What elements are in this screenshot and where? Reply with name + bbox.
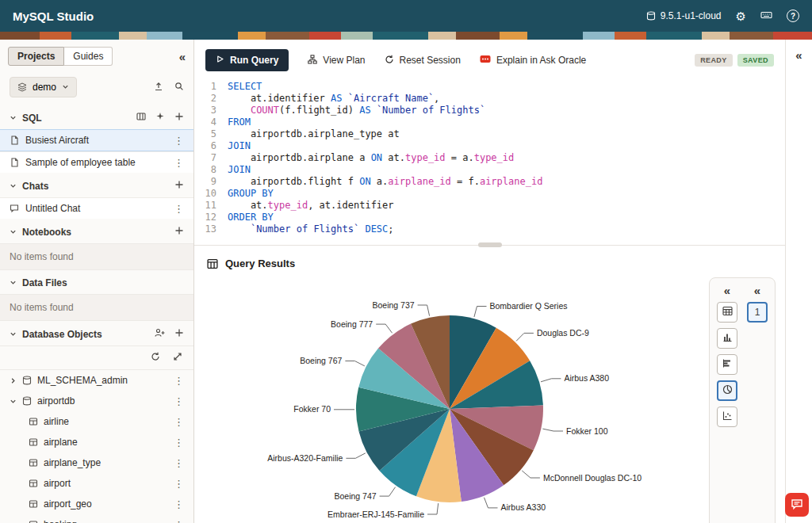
kebab-menu-button[interactable]: ⋮ <box>174 437 184 448</box>
tree-table-airport-geo[interactable]: airport_geo ⋮ <box>0 494 193 514</box>
code-line[interactable]: FROM <box>228 116 542 128</box>
code-line[interactable]: `Number of Flights` DESC; <box>228 223 542 235</box>
keyboard-shortcuts-button[interactable] <box>760 10 772 22</box>
explain-ask-oracle-button[interactable]: Explain in Ask Oracle <box>480 55 586 67</box>
view-pie-chart-button[interactable] <box>717 380 737 401</box>
section-chats[interactable]: Chats <box>0 173 193 197</box>
code-line[interactable]: JOIN <box>228 140 542 152</box>
code-line[interactable]: JOIN <box>228 164 542 176</box>
kebab-menu-button[interactable]: ⋮ <box>174 458 184 468</box>
project-selector-value: demo <box>33 82 56 93</box>
code-line[interactable]: GROUP BY <box>228 188 542 200</box>
table-label: airplane <box>44 437 78 448</box>
grant-user-button[interactable] <box>155 328 165 340</box>
kebab-menu-button[interactable]: ⋮ <box>174 479 184 489</box>
chevron-right-icon[interactable] <box>10 377 17 384</box>
sidebar-tabs: Projects Guides « <box>0 40 193 71</box>
kebab-menu-button[interactable]: ⋮ <box>174 158 184 168</box>
sql-ai-assist-button[interactable] <box>155 112 165 124</box>
add-notebook-button[interactable] <box>174 226 184 238</box>
database-icon <box>646 11 656 21</box>
tree-table-booking[interactable]: booking ⋮ <box>0 514 193 523</box>
query-toolbar: Run Query View Plan Reset Session Explai… <box>194 40 785 78</box>
schema-label: airportdb <box>37 395 75 407</box>
kebab-menu-button[interactable]: ⋮ <box>174 499 184 510</box>
help-button[interactable]: ? <box>787 10 799 22</box>
feedback-button[interactable] <box>785 493 809 517</box>
collapse-controls-left-button[interactable]: « <box>724 284 730 296</box>
code-line[interactable]: airportdb.flight f ON a.airplane_id = f.… <box>228 176 542 188</box>
kebab-menu-button[interactable]: ⋮ <box>174 136 184 146</box>
view-plan-button[interactable]: View Plan <box>308 55 365 67</box>
sql-item-busiest-aircraft[interactable]: Busiest Aircraft ⋮ <box>0 129 193 151</box>
kebab-menu-button[interactable]: ⋮ <box>174 396 184 407</box>
pie-leader-line <box>542 429 563 431</box>
collapse-right-panel-button[interactable]: « <box>795 49 802 61</box>
pie-slice-label: McDonnell Douglas DC-10 <box>543 473 642 483</box>
chevron-down-icon[interactable] <box>10 398 17 405</box>
tree-schema-airportdb[interactable]: airportdb ⋮ <box>0 391 193 411</box>
view-table-button[interactable] <box>717 302 737 323</box>
view-bar-chart-button[interactable] <box>717 328 737 349</box>
sql-editor[interactable]: 12345678910111213 SELECT at.identifier A… <box>194 78 785 235</box>
tree-schema-ml-schema-admin[interactable]: ML_SCHEMA_admin ⋮ <box>0 370 193 391</box>
expand-panel-button[interactable] <box>173 352 182 364</box>
plus-icon <box>174 226 184 238</box>
table-icon <box>29 520 38 523</box>
section-notebooks[interactable]: Notebooks <box>0 219 193 243</box>
result-page-1-button[interactable]: 1 <box>747 302 768 323</box>
code-line[interactable]: airportdb.airplane_type at <box>228 128 542 140</box>
tree-table-airline[interactable]: airline ⋮ <box>0 411 193 432</box>
search-button[interactable] <box>174 82 184 94</box>
sql-table-tool-button[interactable] <box>136 112 146 124</box>
view-scatter-chart-button[interactable] <box>717 407 737 427</box>
tab-guides[interactable]: Guides <box>64 47 113 66</box>
status-saved-badge: SAVED <box>737 54 774 67</box>
sidebar-collapse-button[interactable]: « <box>179 51 186 63</box>
tree-table-airport[interactable]: airport ⋮ <box>0 473 193 494</box>
add-chat-button[interactable] <box>174 180 184 192</box>
run-query-button[interactable]: Run Query <box>205 49 289 71</box>
tree-table-airplane-type[interactable]: airplane_type ⋮ <box>0 452 193 473</box>
tab-projects[interactable]: Projects <box>8 47 64 66</box>
reset-icon <box>385 55 394 67</box>
upload-button[interactable] <box>154 82 163 94</box>
pie-leader-line <box>376 324 392 333</box>
sql-item-label: Busiest Aircraft <box>25 135 89 146</box>
code-line[interactable]: SELECT <box>228 81 542 93</box>
section-sql[interactable]: SQL <box>0 105 193 129</box>
schema-label: ML_SCHEMA_admin <box>37 375 128 386</box>
collapse-controls-right-button[interactable]: « <box>754 284 760 296</box>
refresh-button[interactable] <box>151 352 160 364</box>
tree-table-airplane[interactable]: airplane ⋮ <box>0 432 193 452</box>
code-line[interactable]: ORDER BY <box>228 212 542 223</box>
refresh-icon <box>151 352 160 364</box>
add-sql-button[interactable] <box>174 112 184 124</box>
kebab-menu-button[interactable]: ⋮ <box>174 376 184 386</box>
settings-gear-button[interactable]: ⚙ <box>736 10 746 22</box>
chat-item-untitled[interactable]: Untitled Chat ⋮ <box>0 197 193 219</box>
gear-icon: ⚙ <box>736 10 746 22</box>
pie-slice-label: Fokker 100 <box>566 426 608 436</box>
code-line[interactable]: COUNT(f.flight_id) AS `Number of Flights… <box>228 105 542 116</box>
kebab-menu-button[interactable]: ⋮ <box>174 417 184 427</box>
section-database-objects[interactable]: Database Objects <box>0 321 193 345</box>
pie-slice-label: Airbus A380 <box>564 373 609 383</box>
view-row-chart-button[interactable] <box>717 354 737 375</box>
code-line[interactable]: at.type_id, at.identifier <box>228 200 542 212</box>
code-line[interactable]: airportdb.airplane a ON at.type_id = a.t… <box>228 152 542 164</box>
sidebar: Projects Guides « demo <box>0 40 194 523</box>
divider-drag-handle[interactable] <box>478 242 502 247</box>
add-database-object-button[interactable] <box>174 328 184 340</box>
chart-area: Bombardier Q SeriesDouglas DC-9Airbus A3… <box>194 271 785 523</box>
kebab-menu-button[interactable]: ⋮ <box>174 520 184 523</box>
section-data-files[interactable]: Data Files <box>0 270 193 294</box>
app-title: MySQL Studio <box>13 10 94 23</box>
sql-item-sample-employee[interactable]: Sample of employee table ⋮ <box>0 151 193 173</box>
editor-results-divider <box>194 245 785 254</box>
project-selector[interactable]: demo <box>10 77 77 97</box>
code-area[interactable]: SELECT at.identifier AS `Aircraft Name`,… <box>216 81 542 235</box>
kebab-menu-button[interactable]: ⋮ <box>174 204 184 214</box>
reset-session-button[interactable]: Reset Session <box>385 55 461 67</box>
code-line[interactable]: at.identifier AS `Aircraft Name`, <box>228 93 542 105</box>
